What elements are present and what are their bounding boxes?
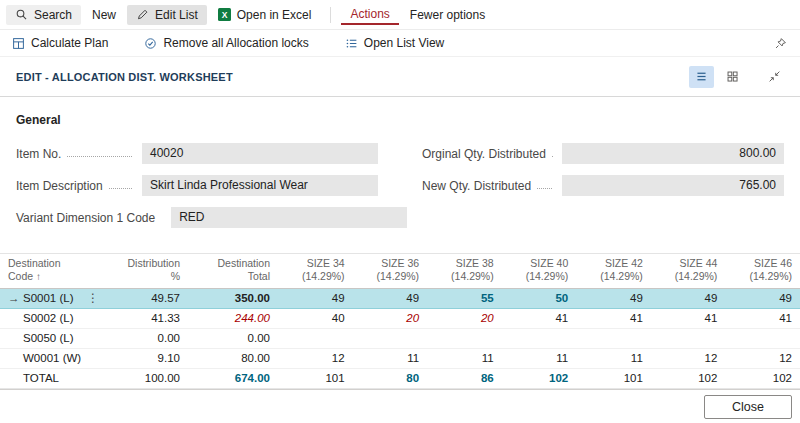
item-description-field[interactable]: Skirt Linda Professional Wear bbox=[142, 175, 378, 196]
cell-destination-total[interactable]: 0.00 bbox=[188, 329, 278, 349]
page-footer: Close bbox=[0, 389, 800, 423]
list-layout-icon bbox=[695, 70, 708, 83]
cell-size-34[interactable] bbox=[278, 329, 353, 349]
column-header-size-36[interactable]: SIZE 36(14.29%) bbox=[353, 254, 428, 289]
cell-size-44[interactable]: 41 bbox=[651, 309, 726, 329]
cell-size-44[interactable]: 12 bbox=[651, 349, 726, 369]
cell-size-38[interactable]: 11 bbox=[427, 349, 502, 369]
cell-size-36[interactable]: 49 bbox=[353, 289, 428, 309]
cell-size-46[interactable]: 12 bbox=[725, 349, 800, 369]
cell-size-38[interactable]: 20 bbox=[427, 309, 502, 329]
cell-size-38[interactable]: 86 bbox=[427, 369, 502, 389]
new-qty-field[interactable]: 765.00 bbox=[562, 175, 784, 196]
card-layout-toggle[interactable] bbox=[720, 66, 745, 88]
cell-size-44[interactable]: 49 bbox=[651, 289, 726, 309]
new-button[interactable]: New bbox=[83, 5, 125, 25]
column-header-size-34[interactable]: SIZE 34(14.29%) bbox=[278, 254, 353, 289]
cell-size-44[interactable]: 102 bbox=[651, 369, 726, 389]
cell-size-46[interactable]: 41 bbox=[725, 309, 800, 329]
actions-menu-button[interactable]: Actions bbox=[341, 4, 398, 25]
row-options-menu-icon[interactable]: ⋮ bbox=[86, 291, 100, 306]
column-header-destination-code[interactable]: DestinationCode ↑ bbox=[0, 254, 108, 289]
fewer-options-button[interactable]: Fewer options bbox=[401, 5, 494, 25]
table-row-s0002[interactable]: S0002 (L)41.33244.0040202041414141 bbox=[0, 309, 800, 329]
cell-size-42[interactable]: 41 bbox=[576, 309, 651, 329]
column-header-size-42[interactable]: SIZE 42(14.29%) bbox=[576, 254, 651, 289]
destination-code-value[interactable]: W0001 (W) bbox=[23, 352, 81, 364]
cell-destination-total[interactable]: 244.00 bbox=[188, 309, 278, 329]
cell-size-34[interactable]: 49 bbox=[278, 289, 353, 309]
fewer-options-label: Fewer options bbox=[410, 8, 485, 22]
cell-destination-total[interactable]: 674.00 bbox=[188, 369, 278, 389]
open-list-view-button[interactable]: Open List View bbox=[336, 33, 454, 53]
column-header-destination-total[interactable]: DestinationTotal bbox=[188, 254, 278, 289]
cell-size-36[interactable]: 80 bbox=[353, 369, 428, 389]
cell-size-40[interactable]: 41 bbox=[502, 309, 577, 329]
cell-size-40[interactable]: 102 bbox=[502, 369, 577, 389]
cell-size-34[interactable]: 40 bbox=[278, 309, 353, 329]
edit-list-button[interactable]: Edit List bbox=[127, 5, 207, 25]
cell-size-36[interactable] bbox=[353, 329, 428, 349]
close-button[interactable]: Close bbox=[704, 395, 792, 419]
item-no-field[interactable]: 40020 bbox=[142, 143, 378, 164]
column-header-size-38[interactable]: SIZE 38(14.29%) bbox=[427, 254, 502, 289]
cell-size-40[interactable]: 50 bbox=[502, 289, 577, 309]
open-in-excel-button[interactable]: X Open in Excel bbox=[209, 5, 321, 25]
general-section-heading[interactable]: General bbox=[16, 113, 784, 127]
cell-size-42[interactable] bbox=[576, 329, 651, 349]
table-row-w0001[interactable]: W0001 (W)9.1080.0012111111111212 bbox=[0, 349, 800, 369]
cell-size-44[interactable] bbox=[651, 329, 726, 349]
list-layout-toggle[interactable] bbox=[689, 66, 714, 88]
cell-size-42[interactable]: 101 bbox=[576, 369, 651, 389]
column-header-size-46[interactable]: SIZE 46(14.29%) bbox=[725, 254, 800, 289]
cell-distribution-pct[interactable]: 100.00 bbox=[108, 369, 188, 389]
dotted-leader bbox=[67, 155, 132, 157]
column-header-size-40[interactable]: SIZE 40(14.29%) bbox=[502, 254, 577, 289]
table-row-s0050[interactable]: S0050 (L)0.000.00 bbox=[0, 329, 800, 349]
toolbar-divider bbox=[330, 7, 331, 23]
item-no-label: Item No. bbox=[16, 147, 61, 161]
cell-distribution-pct[interactable]: 0.00 bbox=[108, 329, 188, 349]
column-header-distribution-pct[interactable]: Distribution % bbox=[108, 254, 188, 289]
destination-code-value[interactable]: S0050 (L) bbox=[23, 332, 74, 344]
destination-code-value[interactable]: S0002 (L) bbox=[23, 312, 74, 324]
cell-distribution-pct[interactable]: 9.10 bbox=[108, 349, 188, 369]
cell-size-46[interactable]: 102 bbox=[725, 369, 800, 389]
cell-size-46[interactable] bbox=[725, 329, 800, 349]
collapse-page-button[interactable] bbox=[765, 67, 784, 86]
original-qty-field[interactable]: 800.00 bbox=[562, 143, 784, 164]
actions-sub-bar: Calculate Plan Remove all Allocation loc… bbox=[0, 30, 800, 57]
cell-size-46[interactable]: 49 bbox=[725, 289, 800, 309]
grid-header-row: DestinationCode ↑Distribution %Destinati… bbox=[0, 254, 800, 289]
variant-dimension-field[interactable]: RED bbox=[171, 207, 407, 228]
cell-size-34[interactable]: 101 bbox=[278, 369, 353, 389]
search-button[interactable]: Search bbox=[6, 5, 81, 25]
destination-code-value[interactable]: TOTAL bbox=[23, 372, 59, 384]
column-header-size-44[interactable]: SIZE 44(14.29%) bbox=[651, 254, 726, 289]
cell-size-38[interactable] bbox=[427, 329, 502, 349]
table-row-s0001[interactable]: →⋮S0001 (L)49.57350.0049495550494949 bbox=[0, 289, 800, 309]
cell-size-38[interactable]: 55 bbox=[427, 289, 502, 309]
new-qty-row: New Qty. Distributed 765.00 bbox=[422, 175, 784, 196]
cell-size-40[interactable]: 11 bbox=[502, 349, 577, 369]
search-button-label: Search bbox=[34, 8, 72, 22]
destination-code-value[interactable]: S0001 (L) bbox=[23, 292, 74, 304]
actions-menu-label: Actions bbox=[350, 7, 389, 21]
cell-size-42[interactable]: 49 bbox=[576, 289, 651, 309]
pin-button[interactable] bbox=[771, 34, 790, 53]
collapse-arrows-icon bbox=[768, 70, 781, 83]
cell-size-36[interactable]: 20 bbox=[353, 309, 428, 329]
cell-size-42[interactable]: 11 bbox=[576, 349, 651, 369]
cell-size-40[interactable] bbox=[502, 329, 577, 349]
cell-destination-total[interactable]: 350.00 bbox=[188, 289, 278, 309]
calculate-plan-button[interactable]: Calculate Plan bbox=[10, 33, 117, 53]
cell-distribution-pct[interactable]: 49.57 bbox=[108, 289, 188, 309]
allocation-worksheet-window: Search New Edit List X Open in Excel Act… bbox=[0, 0, 800, 423]
cell-size-36[interactable]: 11 bbox=[353, 349, 428, 369]
remove-allocation-locks-button[interactable]: Remove all Allocation locks bbox=[135, 33, 317, 53]
cell-destination-total[interactable]: 80.00 bbox=[188, 349, 278, 369]
cell-distribution-pct[interactable]: 41.33 bbox=[108, 309, 188, 329]
table-row-total[interactable]: TOTAL100.00674.001018086102101102102 bbox=[0, 369, 800, 389]
cell-size-34[interactable]: 12 bbox=[278, 349, 353, 369]
excel-icon: X bbox=[218, 8, 231, 21]
